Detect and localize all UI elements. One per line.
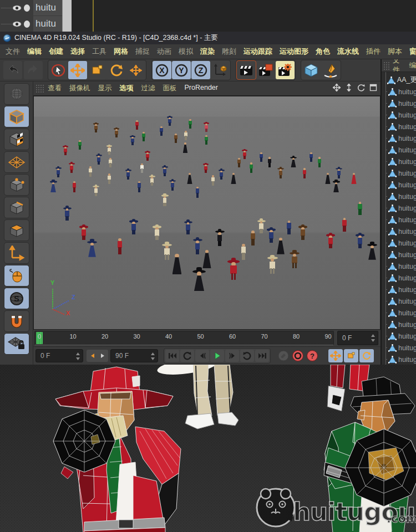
visibility-eye-icon[interactable] [12,4,22,12]
render-picture-viewer-button[interactable] [256,61,275,79]
menu-item[interactable]: 窗口 [409,47,416,57]
crowd-figure[interactable] [248,162,255,173]
viewport-solo-button[interactable] [4,265,29,287]
enable-dot-icon[interactable] [24,4,30,12]
rotate-view-icon[interactable] [357,84,365,91]
crowd-figure[interactable] [87,239,97,257]
menu-item[interactable]: 脚本 [388,47,402,57]
crowd-figure[interactable] [302,167,308,178]
crowd-figure[interactable] [257,218,266,233]
crowd-figure[interactable] [210,175,216,186]
viewport-menu-item[interactable]: 过滤 [141,84,155,93]
object-row[interactable]: huitug [382,144,416,156]
frame-back-button[interactable] [88,351,97,361]
drag-handle[interactable] [35,84,44,93]
drag-handle[interactable] [383,62,390,70]
frame-forward-button[interactable] [98,351,107,361]
crowd-figure[interactable] [203,163,209,173]
crowd-figure[interactable] [173,133,179,143]
zoom-view-icon[interactable] [345,84,353,91]
add-primitive-button[interactable] [302,61,321,79]
crowd-figure[interactable] [285,219,293,234]
panel-object-row[interactable]: huitu [0,16,62,32]
model-mode-button[interactable] [4,106,29,127]
menu-item[interactable]: 运动跟踪 [243,47,272,57]
crowd-figure[interactable] [69,162,75,173]
crowd-figure[interactable] [134,120,140,130]
crowd-figure[interactable] [308,152,314,162]
crowd-figure[interactable] [204,122,209,132]
z-axis-lock-button[interactable]: Z [191,61,210,79]
menu-item[interactable]: 模拟 [179,47,193,57]
object-row[interactable]: huitug [382,179,416,191]
enable-dot-icon[interactable] [24,21,30,28]
crowd-figure[interactable] [159,126,164,136]
crowd-figure[interactable] [93,122,99,132]
crowd-figure[interactable] [63,145,68,155]
menu-item[interactable]: 工具 [92,47,106,57]
crowd-figure[interactable] [183,130,189,140]
crowd-figure[interactable] [153,224,161,241]
next-frame-button[interactable] [225,350,239,362]
menu-item[interactable]: 角色 [316,47,330,57]
menu-item[interactable]: 雕刻 [222,47,236,57]
end-frame-spinner[interactable]: 90 F [110,349,158,362]
object-row[interactable]: huitug [382,214,416,226]
crowd-figure[interactable] [93,185,99,197]
crowd-figure[interactable] [71,181,78,193]
crowd-figure[interactable] [141,131,146,141]
scale-tool-button[interactable] [88,61,106,79]
om-menu-edit[interactable]: 编 [409,61,416,70]
panel-object-row[interactable]: huitu [0,0,62,16]
render-settings-button[interactable] [276,61,295,79]
object-row[interactable]: AA_更 [382,74,416,86]
undo-button[interactable] [3,61,22,79]
object-row[interactable]: huitug [382,319,416,330]
object-row[interactable]: huitug [382,354,416,365]
crowd-figure[interactable] [184,219,192,234]
crowd-figure[interactable] [277,167,284,179]
crowd-figure[interactable] [136,181,143,193]
crowd-figure[interactable] [219,168,225,180]
last-tool-button[interactable] [126,61,145,79]
crowd-figure[interactable] [77,140,83,150]
object-row[interactable]: huitug [382,156,416,167]
texture-mode-button[interactable] [4,129,29,150]
crowd-figure[interactable] [258,152,264,162]
previous-frame-button[interactable] [195,350,209,362]
object-row[interactable]: huitug [382,342,416,354]
spline-pen-button[interactable] [321,61,340,79]
crowd-figure[interactable] [267,227,276,243]
spinner-arrows-icon[interactable] [75,352,80,361]
maximize-view-icon[interactable] [369,84,377,91]
menu-item[interactable]: 选择 [70,47,85,57]
crowd-figure[interactable] [130,135,135,145]
points-mode-button[interactable] [4,174,29,196]
crowd-figure[interactable] [149,175,155,186]
object-row[interactable]: huitug [382,284,416,295]
crowd-figure[interactable] [290,156,297,168]
crowd-figure[interactable] [125,168,131,180]
crowd-figure[interactable] [63,206,72,221]
object-row[interactable]: huitug [382,249,416,260]
viewport-menu-item[interactable]: 查看 [48,84,62,93]
viewport-menu-item[interactable]: 面板 [163,84,177,93]
spinner-arrows-icon[interactable] [150,352,155,361]
x-axis-lock-button[interactable]: X [153,61,171,79]
enable-axis-button[interactable] [4,242,29,264]
crowd-figure[interactable] [367,242,377,259]
menu-item[interactable]: 创建 [49,47,63,57]
object-row[interactable]: huitug [382,237,416,249]
crowd-figure[interactable] [341,217,349,232]
menu-item[interactable]: 文件 [6,47,20,57]
crowd-figure[interactable] [236,157,242,167]
crowd-figure[interactable] [193,237,202,254]
crowd-figure[interactable] [55,166,62,177]
timeline-frame-spinner[interactable]: 0 F [337,331,378,345]
object-row[interactable]: huitug [382,132,416,144]
crowd-figure[interactable] [192,267,206,291]
menu-item[interactable]: 网格 [114,47,128,57]
crowd-figure[interactable] [351,172,357,185]
play-backward-button[interactable] [180,350,194,362]
crowd-figure[interactable] [106,173,113,184]
